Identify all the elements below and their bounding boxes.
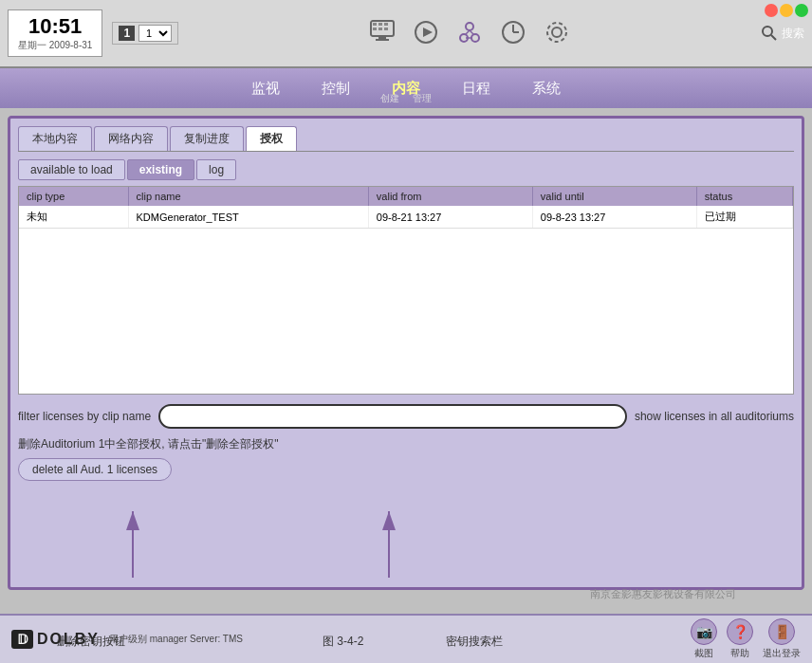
nav-monitor[interactable]: 监视: [240, 76, 291, 101]
nav-schedule[interactable]: 日程: [451, 76, 502, 101]
top-icons: [188, 19, 751, 47]
tab-network-content[interactable]: 网络内容: [94, 126, 168, 151]
screenshot-icon: 📷: [691, 618, 717, 645]
figure-label: 图 3-4-2: [323, 634, 363, 650]
delete-message: 删除Auditorium 1中全部授权, 请点击"删除全部授权": [18, 436, 794, 452]
col-clip-name: clip name: [128, 187, 368, 206]
nav-sub-items: 创建 管理: [380, 92, 432, 105]
svg-rect-6: [373, 28, 377, 30]
svg-point-11: [466, 23, 473, 30]
help-button[interactable]: ❓ 帮助: [727, 618, 753, 660]
sub-tab-available[interactable]: available to load: [18, 159, 125, 180]
table-header: clip type clip name valid from valid unt…: [19, 187, 793, 206]
tab-authorization[interactable]: 授权: [246, 126, 297, 151]
help-label: 帮助: [730, 647, 749, 660]
svg-point-22: [763, 27, 772, 36]
svg-rect-2: [376, 39, 389, 41]
svg-marker-10: [423, 28, 433, 37]
nav-bar: 监视 控制 内容 日程 系统 创建 管理: [0, 68, 812, 108]
nav-control[interactable]: 控制: [310, 76, 361, 101]
svg-line-15: [470, 30, 473, 34]
settings-icon-btn[interactable]: [544, 19, 570, 47]
svg-rect-3: [373, 23, 377, 26]
clock-date: 星期一 2009-8-31: [18, 39, 92, 52]
col-valid-from: valid from: [368, 187, 532, 206]
col-valid-until: valid until: [532, 187, 696, 206]
svg-point-20: [552, 28, 562, 37]
cell-valid-from: 09-8-21 13:27: [368, 206, 532, 229]
filter-label: filter licenses by clip name: [18, 410, 151, 423]
logout-icon: 🚪: [768, 618, 795, 645]
sub-tab-existing[interactable]: existing: [127, 159, 194, 180]
svg-line-14: [466, 30, 470, 34]
col-clip-type: clip type: [19, 187, 128, 206]
filter-input[interactable]: [158, 404, 627, 429]
nav-system[interactable]: 系统: [521, 76, 572, 101]
search-icon: [761, 25, 778, 42]
help-icon: ❓: [727, 618, 753, 645]
top-bar: 10:51 星期一 2009-8-31 1 1: [0, 0, 812, 68]
logout-label: 退出登录: [763, 647, 801, 660]
svg-rect-4: [378, 23, 382, 26]
watermark-text: 南京金影惠友影视设备有限公司: [590, 588, 736, 599]
content-icon: [456, 19, 483, 46]
screenshot-label: 截图: [694, 647, 713, 660]
cell-clip-name: KDMGenerator_TEST: [128, 206, 368, 229]
content-icon-btn[interactable]: [456, 19, 483, 47]
delete-section: 删除Auditorium 1中全部授权, 请点击"删除全部授权" delete …: [18, 436, 794, 481]
monitor-icon: [369, 19, 396, 46]
svg-rect-8: [384, 28, 388, 30]
nav-sub-manage[interactable]: 管理: [413, 92, 432, 105]
cell-clip-type: 未知: [19, 206, 128, 229]
gear-icon: [544, 19, 570, 46]
clock-box: 10:51 星期一 2009-8-31: [8, 9, 102, 57]
licenses-table: clip type clip name valid from valid unt…: [19, 187, 793, 229]
svg-point-13: [471, 34, 479, 42]
logout-button[interactable]: 🚪 退出登录: [763, 618, 801, 660]
table-body: 未知 KDMGenerator_TEST 09-8-21 13:27 09-8-…: [19, 206, 793, 229]
sub-tab-log[interactable]: log: [196, 159, 236, 180]
main-panel: 本地内容 网络内容 复制进度 授权 available to load exis…: [8, 116, 804, 590]
schedule-icon: [500, 19, 526, 46]
licenses-table-container: clip type clip name valid from valid unt…: [18, 186, 794, 395]
channel-dropdown[interactable]: 1: [138, 25, 172, 42]
channel-selector[interactable]: 1 1: [112, 22, 178, 45]
svg-rect-7: [378, 28, 382, 30]
watermark: 南京金影惠友影视设备有限公司: [590, 587, 736, 601]
search-label: 搜索: [782, 26, 804, 42]
channel-number: 1: [119, 26, 135, 41]
delete-key-annotation: 删除密钥按钮: [57, 634, 125, 650]
svg-rect-1: [378, 36, 386, 39]
top-search[interactable]: 搜索: [761, 25, 804, 42]
schedule-icon-btn[interactable]: [500, 19, 526, 47]
cell-valid-until: 09-8-23 13:27: [532, 206, 696, 229]
delete-all-button[interactable]: delete all Aud. 1 licenses: [18, 458, 172, 481]
maximize-icon[interactable]: [795, 4, 808, 17]
search-bar-annotation: 密钥搜索栏: [446, 634, 503, 650]
svg-line-23: [771, 35, 776, 40]
monitor-icon-btn[interactable]: [369, 19, 396, 47]
filter-row: filter licenses by clip name show licens…: [18, 404, 794, 429]
clock-time: 10:51: [18, 14, 92, 39]
dolby-d-icon: 𝔻: [11, 630, 33, 649]
close-icon[interactable]: [765, 4, 778, 17]
table-row[interactable]: 未知 KDMGenerator_TEST 09-8-21 13:27 09-8-…: [19, 206, 793, 229]
tab-local-content[interactable]: 本地内容: [18, 126, 92, 151]
svg-point-21: [547, 23, 566, 42]
screenshot-button[interactable]: 📷 截图: [691, 618, 717, 660]
user-info: 用户级别 manager Server: TMS: [109, 633, 243, 646]
col-status: status: [696, 187, 792, 206]
tab-copy-progress[interactable]: 复制进度: [170, 126, 244, 151]
main-tabs: 本地内容 网络内容 复制进度 授权: [18, 126, 794, 152]
svg-rect-5: [384, 23, 388, 26]
filter-right-label: show licenses in all auditoriums: [635, 410, 794, 423]
minimize-icon[interactable]: [780, 4, 793, 17]
sub-tabs: available to load existing log: [18, 159, 794, 180]
nav-sub-create[interactable]: 创建: [380, 92, 399, 105]
bottom-right-buttons: 📷 截图 ❓ 帮助 🚪 退出登录: [691, 618, 801, 660]
window-controls: [765, 4, 808, 17]
play-icon: [413, 19, 439, 46]
filter-input-wrapper: [158, 404, 627, 429]
cell-status: 已过期: [696, 206, 792, 229]
play-icon-btn[interactable]: [413, 19, 439, 47]
